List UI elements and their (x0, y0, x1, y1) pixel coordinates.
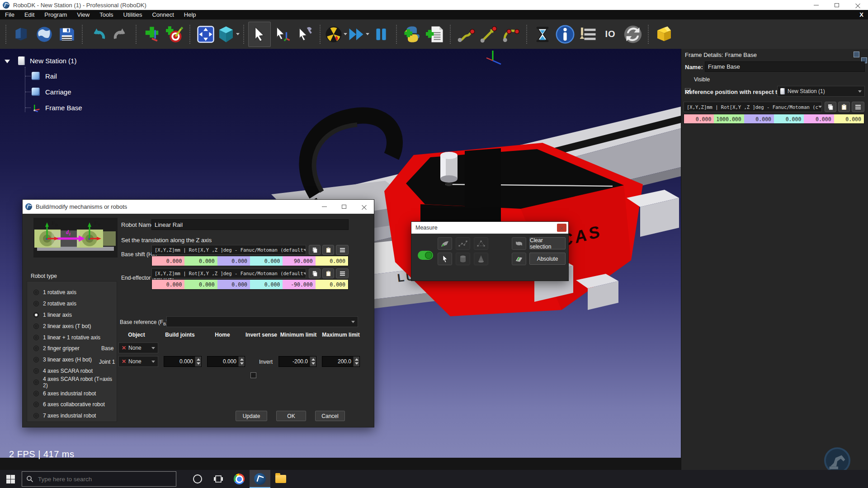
dialog-maximize-button[interactable] (334, 200, 354, 214)
simulation-speed-button[interactable] (531, 22, 554, 47)
io-status-button[interactable]: IO (599, 22, 622, 47)
file-explorer-button[interactable] (270, 470, 291, 488)
copy-pose-button[interactable] (825, 102, 836, 112)
robot-type-option[interactable]: 4 axes SCARA robot (33, 366, 117, 377)
ok-button[interactable]: OK (276, 411, 306, 421)
paste-pose-button[interactable] (322, 268, 334, 278)
move-joint-button[interactable] (455, 22, 477, 47)
minimize-button[interactable] (806, 0, 826, 10)
robot-type-option[interactable]: 4 axes SCARA robot (T=axis 2) (33, 376, 117, 388)
pose-x-value[interactable]: 0.000 (152, 280, 184, 289)
open-library-button[interactable] (33, 22, 56, 47)
run-dropdown-caret-icon[interactable] (344, 33, 347, 35)
base-shift-format-dropdown[interactable]: [X,Y,Z]mm | Rot[X,Y ,Z ]deg - Fanuc/Moto… (151, 245, 306, 255)
pose-y-value[interactable]: 0.000 (184, 256, 217, 266)
move-linear-button[interactable] (477, 22, 500, 47)
pose-rz-value[interactable]: 0.000 (316, 280, 348, 289)
robot-name-input[interactable] (151, 219, 349, 230)
measure-cylinder-button[interactable] (456, 253, 470, 265)
pose-rx-value[interactable]: 0.000 (250, 256, 283, 266)
move-circular-button[interactable] (500, 22, 523, 47)
menubar-close-icon[interactable]: X (859, 11, 863, 18)
clear-selection-button[interactable]: Clear selection (529, 237, 566, 249)
joint1-min-spinner[interactable]: -200.0 (278, 356, 316, 367)
measure-points-button[interactable] (456, 237, 470, 250)
tree-item-rail[interactable]: Rail (25, 70, 57, 81)
pose-y-value[interactable]: 1000.000 (714, 114, 744, 123)
pose-x-value[interactable]: 0.000 (684, 114, 714, 123)
joint1-object-dropdown[interactable]: ✕ None (118, 356, 158, 367)
copy-pose-button[interactable] (309, 268, 321, 278)
spinner-buttons[interactable] (353, 357, 359, 366)
add-python-program-button[interactable] (401, 22, 424, 47)
update-button[interactable]: Update (236, 411, 267, 421)
tree-item-station[interactable]: New Station (1) (18, 55, 76, 66)
robot-type-option-selected[interactable]: 1 linear axis (33, 310, 117, 321)
tree-item-carriage[interactable]: Carriage (25, 86, 71, 97)
search-input[interactable] (37, 475, 164, 483)
fit-all-button[interactable] (194, 22, 217, 47)
end-effector-values[interactable]: 0.000 0.000 0.000 0.000 -90.000 0.000 (151, 279, 349, 290)
measure-plane-button[interactable] (512, 253, 526, 265)
menu-connect[interactable]: Connect (147, 10, 179, 19)
spinner-buttons[interactable] (238, 357, 245, 366)
joint1-home-spinner[interactable]: 0.000 (207, 356, 245, 367)
chrome-taskbar-button[interactable] (229, 470, 250, 488)
fast-simulation-button[interactable] (347, 22, 370, 47)
robot-type-option[interactable]: 7 axes industrial robot (33, 410, 117, 422)
spinner-buttons[interactable] (195, 357, 201, 366)
close-button[interactable] (847, 0, 868, 10)
dialog-close-button[interactable] (354, 200, 374, 214)
robot-type-option[interactable]: 6 axes industrial robot (33, 388, 117, 399)
pose-format-dropdown[interactable]: [X,Y,Z]mm | Rot[X,Y ,Z ]deg - Fanuc/Moto… (684, 102, 822, 112)
measure-ellipse-button[interactable] (512, 237, 526, 250)
measure-close-button[interactable] (557, 224, 566, 232)
program-steps-button[interactable] (576, 22, 599, 47)
dialog-title-bar[interactable]: Build/modify mechanisms or robots (23, 200, 374, 214)
frame-name-input[interactable] (705, 61, 865, 72)
run-program-button[interactable] (325, 22, 347, 47)
robodk-taskbar-button[interactable] (250, 470, 270, 488)
menu-utilities[interactable]: Utilities (118, 10, 147, 19)
pose-z-value[interactable]: 0.000 (217, 280, 250, 289)
measure-arc-button[interactable] (438, 237, 452, 250)
export-simulation-button[interactable] (653, 22, 675, 47)
menu-view[interactable]: View (72, 10, 94, 19)
robot-type-option[interactable]: 1 linear + 1 rotative axis (33, 332, 117, 343)
joint1-invert-checkbox[interactable] (250, 372, 256, 378)
pose-z-value[interactable]: 0.000 (744, 114, 774, 123)
base-shift-values[interactable]: 0.000 0.000 0.000 0.000 90.000 0.000 (151, 256, 349, 266)
pose-rx-value[interactable]: 0.000 (774, 114, 804, 123)
base-object-dropdown[interactable]: ✕ None (118, 343, 158, 353)
pose-z-value[interactable]: 0.000 (217, 256, 250, 266)
pose-options-button[interactable] (336, 245, 349, 255)
sync-robot-button[interactable] (622, 22, 644, 47)
menu-program[interactable]: Program (39, 10, 72, 19)
measure-select-button[interactable] (438, 253, 452, 265)
measure-triangle-button[interactable] (474, 237, 488, 250)
paste-pose-button[interactable] (838, 102, 850, 112)
robot-type-option[interactable]: 6 axes collaborative robot (33, 399, 117, 410)
pose-options-button[interactable] (852, 102, 864, 112)
copy-pose-button[interactable] (309, 245, 321, 255)
select-cursor-button[interactable] (248, 22, 271, 47)
view-dropdown-caret-icon[interactable] (236, 33, 240, 35)
dialog-minimize-button[interactable] (314, 200, 334, 214)
end-effector-format-dropdown[interactable]: [X,Y,Z]mm | Rot[X,Y ,Z ]deg - Fanuc/Moto… (151, 268, 306, 278)
pose-ry-value[interactable]: 90.000 (283, 256, 315, 266)
pose-rx-value[interactable]: 0.000 (250, 280, 283, 289)
measure-toggle[interactable] (418, 251, 433, 260)
tree-expand-arrow[interactable] (5, 56, 10, 67)
pause-simulation-button[interactable] (370, 22, 392, 47)
select-move-reference-button[interactable] (271, 22, 293, 47)
paste-pose-button[interactable] (322, 245, 334, 255)
measure-cone-button[interactable] (474, 253, 488, 265)
pose-rz-value[interactable]: 0.000 (834, 114, 864, 123)
menu-file[interactable]: File (0, 10, 19, 19)
pose-x-value[interactable]: 0.000 (152, 256, 184, 266)
float-panel-icon[interactable] (854, 52, 859, 57)
start-button[interactable] (0, 470, 21, 488)
reference-dropdown[interactable]: New Station (1) (777, 86, 865, 97)
redo-button[interactable] (109, 22, 132, 47)
base-reference-dropdown[interactable] (166, 316, 358, 327)
